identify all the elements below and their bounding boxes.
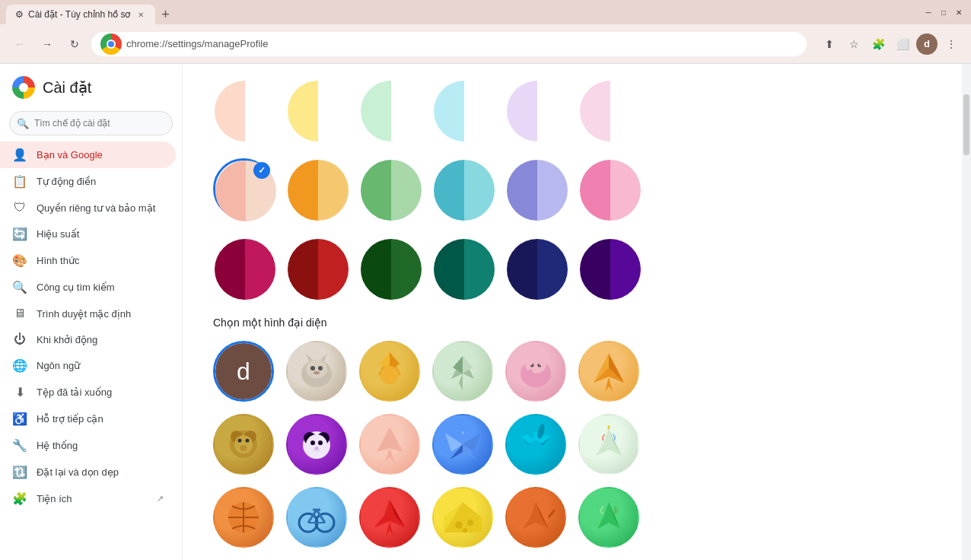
sidebar-item-ban-va-google[interactable]: 👤 Bạn và Google: [0, 142, 176, 168]
profile-button[interactable]: d: [916, 33, 938, 55]
avatar-crane[interactable]: [432, 341, 493, 402]
color-option[interactable]: [213, 79, 274, 140]
unicorn-svg: [582, 418, 635, 471]
avatar-cat[interactable]: [286, 341, 347, 402]
sidebar-item-quyen-rieng-tu[interactable]: 🛡 Quyền riêng tư và bảo mật: [0, 195, 176, 221]
new-tab-button[interactable]: +: [155, 5, 177, 24]
url-bar[interactable]: chrome://settings/manageProfile: [91, 32, 807, 56]
maximize-button[interactable]: □: [938, 6, 950, 18]
title-bar: ⚙ Cài đặt - Tùy chỉnh hồ sơ ✕ + ─ □ ✕: [0, 0, 971, 24]
color-row-1: [213, 79, 931, 140]
avatar-basketball[interactable]: [213, 487, 274, 548]
avatar-rabbit[interactable]: [505, 414, 566, 475]
svg-point-55: [530, 441, 542, 453]
red-bird-svg: [363, 491, 416, 544]
color-option-selected[interactable]: ✓: [213, 158, 274, 219]
avatar-crab[interactable]: [505, 487, 566, 548]
color-option[interactable]: [578, 79, 639, 140]
close-button[interactable]: ✕: [953, 6, 965, 18]
bookmark-icon[interactable]: ☆: [843, 33, 864, 55]
avatar-blue-butterfly[interactable]: [432, 414, 493, 475]
sidebar-item-tu-dong-dien[interactable]: 📋 Tự động điền: [0, 168, 176, 195]
sidebar-label-trinh-duyet-mac-dinh: Trình duyệt mặc định: [37, 308, 131, 320]
sidebar-icon-tien-ich: 🧩: [12, 492, 27, 506]
sidebar-item-hinh-thuc[interactable]: 🎨 Hình thức: [0, 247, 176, 274]
tab-close-button[interactable]: ✕: [135, 9, 146, 20]
fox-svg: [363, 345, 416, 398]
color-option[interactable]: [505, 237, 566, 298]
color-row-3: [213, 237, 931, 298]
avatar-orange-bird[interactable]: [578, 341, 639, 402]
monkey-svg: [217, 418, 270, 471]
svg-marker-25: [605, 377, 613, 392]
svg-marker-84: [597, 502, 620, 529]
color-option[interactable]: [213, 237, 274, 298]
sidebar-item-dat-lai-va-don-dep[interactable]: 🔃 Đặt lại và dọn dẹp: [0, 459, 176, 485]
share-icon[interactable]: ⬆: [819, 33, 840, 55]
color-option[interactable]: [505, 158, 566, 219]
svg-marker-2: [306, 354, 313, 361]
sidebar-icon-he-thong: 🔧: [12, 438, 27, 453]
avatar-fox[interactable]: [359, 341, 420, 402]
sidebar-icon-hinh-thuc: 🎨: [12, 253, 27, 268]
color-option[interactable]: [432, 158, 493, 219]
sidebar-label-cong-cu-tim-kiem: Công cụ tìm kiếm: [37, 282, 115, 293]
color-option[interactable]: [432, 237, 493, 298]
sidebar-item-tep-da-tai-xuong[interactable]: ⬇ Tệp đã tải xuống: [0, 379, 176, 406]
sidebar-item-he-thong[interactable]: 🔧 Hệ thống: [0, 432, 176, 459]
color-option[interactable]: [505, 79, 566, 140]
tab-favicon: ⚙: [15, 9, 24, 20]
color-option[interactable]: [578, 158, 639, 219]
color-option[interactable]: [359, 79, 420, 140]
svg-point-10: [380, 366, 399, 384]
sidebar-item-khi-khoi-dong[interactable]: ⏻ Khi khởi động: [0, 326, 176, 352]
color-option[interactable]: [432, 79, 493, 140]
blue-butterfly-svg: [436, 418, 489, 471]
layout-icon[interactable]: ⬜: [892, 33, 913, 55]
sidebar-item-cong-cu-tim-kiem[interactable]: 🔍 Công cụ tìm kiếm: [0, 274, 176, 301]
avatar-monkey[interactable]: [213, 414, 274, 475]
sidebar-search-icon: 🔍: [17, 118, 29, 129]
avatar-flower[interactable]: [578, 487, 639, 548]
avatar-cheese[interactable]: [432, 487, 493, 548]
sidebar-icon-cong-cu-tim-kiem: 🔍: [12, 280, 27, 294]
svg-point-6: [314, 371, 320, 374]
sidebar-icon-ho-tro-tiep-can: ♿: [12, 412, 27, 426]
url-text: chrome://settings/manageProfile: [126, 38, 797, 49]
color-option[interactable]: [359, 237, 420, 298]
main-layout: Cài đặt 🔍 👤 Bạn và Google 📋 Tự động điền…: [0, 64, 971, 560]
scrollbar-thumb[interactable]: [963, 94, 969, 155]
forward-button[interactable]: →: [37, 33, 58, 55]
sidebar-item-ho-tro-tiep-can[interactable]: ♿ Hỗ trợ tiếp cận: [0, 406, 176, 432]
sidebar-label-tu-dong-dien: Tự động điền: [37, 176, 96, 187]
active-tab[interactable]: ⚙ Cài đặt - Tùy chỉnh hồ sơ ✕: [6, 5, 155, 24]
color-option[interactable]: [359, 158, 420, 219]
avatar-letter-d[interactable]: d: [213, 341, 274, 402]
back-button[interactable]: ←: [9, 33, 30, 55]
color-option[interactable]: [578, 237, 639, 298]
minimize-button[interactable]: ─: [922, 6, 934, 18]
color-option[interactable]: [286, 237, 347, 298]
svg-marker-56: [596, 429, 622, 456]
svg-point-17: [527, 369, 533, 384]
scrollbar-track[interactable]: [962, 64, 971, 560]
sidebar-item-tien-ich[interactable]: 🧩 Tiện ích ↗: [0, 485, 176, 512]
avatar-panda[interactable]: [286, 414, 347, 475]
svg-marker-3: [320, 354, 327, 361]
avatar-unicorn[interactable]: [578, 414, 639, 475]
sidebar-item-trinh-duyet-mac-dinh[interactable]: 🖥 Trình duyệt mặc định: [0, 301, 176, 326]
color-option[interactable]: [286, 79, 347, 140]
sidebar-item-hieu-suat[interactable]: 🔄 Hiệu suất: [0, 221, 176, 247]
sidebar-item-ngon-ngu[interactable]: 🌐 Ngôn ngữ: [0, 352, 176, 379]
reload-button[interactable]: ↻: [64, 33, 85, 55]
avatar-elephant[interactable]: [505, 341, 566, 402]
color-option[interactable]: [286, 158, 347, 219]
extension-icon[interactable]: 🧩: [868, 33, 889, 55]
menu-icon[interactable]: ⋮: [941, 33, 962, 55]
sidebar-icon-hieu-suat: 🔄: [12, 227, 27, 241]
avatar-penguin[interactable]: [359, 414, 420, 475]
avatar-bicycle[interactable]: [286, 487, 347, 548]
settings-search-input[interactable]: [9, 111, 173, 135]
avatar-red-bird[interactable]: [359, 487, 420, 548]
cheese-svg: [436, 491, 489, 544]
